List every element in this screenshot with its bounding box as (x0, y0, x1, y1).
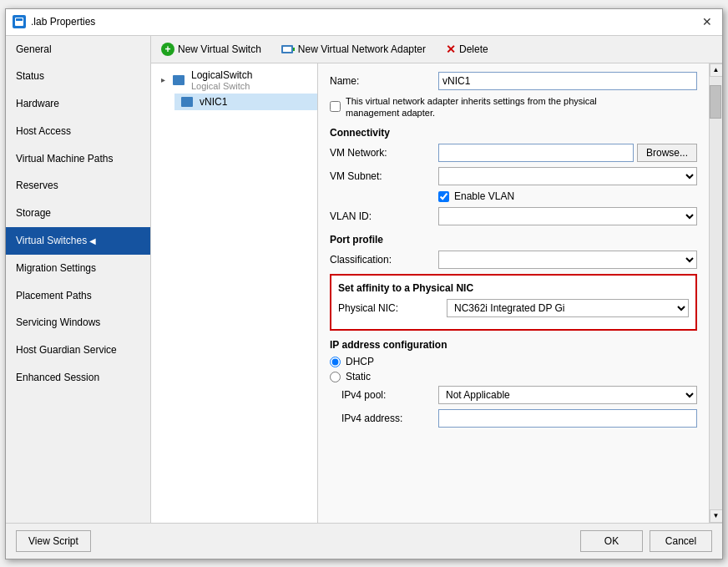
classification-label: Classification: (330, 254, 438, 266)
svg-rect-3 (283, 47, 291, 52)
browse-button[interactable]: Browse... (637, 144, 697, 162)
dhcp-radio-row: DHCP (330, 356, 697, 367)
name-row: Name: (330, 72, 697, 90)
props-panel: Name: This virtual network adapter inher… (318, 63, 709, 523)
main-content: + New Virtual Switch New Virtual Network… (151, 36, 722, 523)
ipv4-address-row: IPv4 address: (330, 409, 697, 428)
classification-select[interactable] (438, 251, 697, 269)
new-virtual-switch-button[interactable]: + New Virtual Switch (158, 41, 265, 58)
tree-root-item[interactable]: ▸ LogicalSwitch Logical Switch (154, 67, 317, 94)
toolbar: + New Virtual Switch New Virtual Network… (151, 36, 722, 63)
scrollbar[interactable]: ▲ ▼ (709, 63, 722, 523)
sidebar-item-vm-paths[interactable]: Virtual Machine Paths (6, 145, 150, 173)
physical-nic-row: Physical NIC: NC362i Integrated DP Gi (338, 299, 689, 317)
vm-subnet-row: VM Subnet: (330, 167, 697, 185)
static-radio-row: Static (330, 371, 697, 382)
vlan-id-label: VLAN ID: (330, 210, 438, 222)
cancel-button[interactable]: Cancel (650, 530, 712, 552)
title-bar-left: .lab Properties (13, 15, 95, 28)
sidebar-item-migration[interactable]: Migration Settings (6, 255, 150, 282)
sidebar: General Status Hardware Host Access Virt… (6, 36, 151, 523)
tree-child-vnic1[interactable]: vNIC1 (174, 94, 317, 110)
vm-subnet-label: VM Subnet: (330, 170, 438, 182)
delete-icon: ✕ (446, 43, 456, 56)
ipv4-address-input[interactable] (438, 409, 697, 428)
physical-nic-label: Physical NIC: (338, 302, 447, 314)
view-script-button[interactable]: View Script (16, 530, 91, 552)
app-icon (13, 15, 26, 28)
footer: View Script OK Cancel (6, 523, 722, 559)
physical-nic-select[interactable]: NC362i Integrated DP Gi (447, 299, 689, 317)
dialog-title: .lab Properties (31, 16, 95, 28)
sidebar-item-hardware[interactable]: Hardware (6, 90, 150, 118)
new-adapter-icon (281, 43, 295, 55)
sidebar-item-host-access[interactable]: Host Access (6, 118, 150, 145)
port-profile-header: Port profile (330, 234, 697, 246)
vlan-id-select[interactable] (438, 207, 697, 225)
static-label: Static (346, 371, 371, 382)
sidebar-item-guardian[interactable]: Host Guardian Service (6, 337, 150, 364)
title-bar: .lab Properties ✕ (6, 9, 722, 36)
delete-button[interactable]: ✕ Delete (442, 41, 492, 58)
affinity-header: Set affinity to a Physical NIC (338, 282, 689, 294)
new-switch-icon: + (161, 43, 174, 56)
classification-row: Classification: (330, 251, 697, 269)
svg-rect-1 (16, 18, 23, 21)
sidebar-item-general[interactable]: General (6, 36, 150, 63)
close-button[interactable]: ✕ (699, 13, 715, 30)
vm-network-row: VM Network: Browse... (330, 144, 697, 162)
sidebar-item-storage[interactable]: Storage (6, 200, 150, 227)
tree-panel: ▸ LogicalSwitch Logical Switch vNIC1 (151, 63, 318, 523)
scroll-up-button[interactable]: ▲ (710, 63, 723, 77)
name-input[interactable] (438, 72, 697, 90)
inherit-checkbox[interactable] (330, 101, 341, 112)
sidebar-item-enhanced[interactable]: Enhanced Session (6, 364, 150, 392)
ipv4-address-label: IPv4 address: (330, 413, 438, 424)
sidebar-item-placement[interactable]: Placement Paths (6, 282, 150, 310)
dialog: .lab Properties ✕ General Status Hardwar… (5, 8, 723, 559)
ip-config-header: IP address configuration (330, 339, 697, 351)
inherit-label: This virtual network adapter inherits se… (346, 95, 629, 119)
logical-switch-label: LogicalSwitch Logical Switch (191, 69, 252, 91)
sidebar-item-virtual-switches[interactable]: Virtual Switches (6, 227, 150, 255)
sidebar-item-servicing[interactable]: Servicing Windows (6, 309, 150, 337)
tree-node-icon (173, 75, 185, 85)
affinity-box: Set affinity to a Physical NIC Physical … (330, 274, 697, 331)
content-area: ▸ LogicalSwitch Logical Switch vNIC1 (151, 63, 722, 523)
static-radio[interactable] (330, 372, 341, 382)
sidebar-item-status[interactable]: Status (6, 63, 150, 90)
connectivity-header: Connectivity (330, 127, 697, 139)
scroll-track (710, 77, 723, 509)
scroll-thumb[interactable] (710, 85, 721, 119)
svg-rect-4 (293, 48, 295, 51)
ipv4-pool-row: IPv4 pool: Not Applicable (330, 386, 697, 404)
vm-subnet-select[interactable] (438, 167, 697, 185)
name-label: Name: (330, 75, 438, 87)
enable-vlan-label: Enable VLAN (454, 190, 514, 202)
vnic-icon (181, 97, 193, 107)
sidebar-item-reserves[interactable]: Reserves (6, 172, 150, 200)
vlan-id-row: VLAN ID: (330, 207, 697, 225)
vm-network-input[interactable] (438, 144, 634, 162)
enable-vlan-checkbox[interactable] (438, 191, 449, 202)
ipv4-pool-label: IPv4 pool: (330, 389, 438, 401)
enable-vlan-row: Enable VLAN (438, 190, 697, 202)
dialog-body: General Status Hardware Host Access Virt… (6, 36, 722, 523)
tree-expand-icon: ▸ (161, 75, 169, 84)
dhcp-label: DHCP (346, 356, 374, 367)
dhcp-radio[interactable] (330, 357, 341, 367)
ipv4-pool-select[interactable]: Not Applicable (438, 386, 697, 404)
new-network-adapter-button[interactable]: New Virtual Network Adapter (278, 42, 429, 57)
scroll-down-button[interactable]: ▼ (710, 509, 723, 523)
ok-button[interactable]: OK (580, 530, 643, 552)
vm-network-label: VM Network: (330, 147, 438, 159)
footer-right: OK Cancel (580, 530, 712, 552)
inherit-checkbox-row: This virtual network adapter inherits se… (330, 95, 697, 119)
